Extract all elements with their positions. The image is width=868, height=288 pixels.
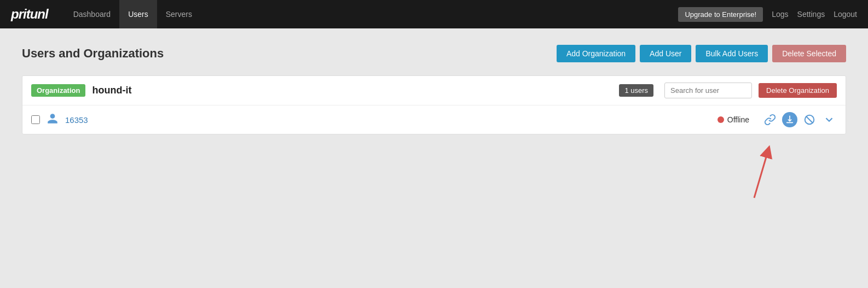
annotation-arrow-container xyxy=(22,143,846,209)
page-header: Users and Organizations Add Organization… xyxy=(22,45,846,62)
nav-servers[interactable]: Servers xyxy=(157,0,201,28)
nav-settings[interactable]: Settings xyxy=(797,10,825,19)
red-arrow-annotation xyxy=(738,143,782,203)
org-header: Organization hound-it 1 users Delete Org… xyxy=(22,76,846,105)
nav-logout[interactable]: Logout xyxy=(834,10,857,19)
brand-logo: pritunl xyxy=(11,7,48,22)
navbar: pritunl Dashboard Users Servers Upgrade … xyxy=(0,0,868,28)
status-text: Offline xyxy=(727,115,749,124)
org-badge: Organization xyxy=(31,84,85,97)
user-action-icons xyxy=(762,112,837,127)
user-name[interactable]: 16353 xyxy=(65,115,711,125)
svg-line-3 xyxy=(754,151,768,198)
users-count-badge: 1 users xyxy=(619,84,653,97)
get-key-icon[interactable] xyxy=(762,112,778,127)
org-name: hound-it xyxy=(92,85,612,96)
nav-dashboard[interactable]: Dashboard xyxy=(65,0,120,28)
search-user-input[interactable] xyxy=(664,83,752,98)
status-dot xyxy=(717,116,724,123)
delete-selected-button[interactable]: Delete Selected xyxy=(772,45,846,62)
add-organization-button[interactable]: Add Organization xyxy=(557,45,635,62)
user-checkbox[interactable] xyxy=(31,115,40,124)
nav-right: Upgrade to Enterprise! Logs Settings Log… xyxy=(678,7,857,22)
nav-links: Dashboard Users Servers xyxy=(65,0,679,28)
header-actions: Add Organization Add User Bulk Add Users… xyxy=(557,45,846,62)
user-status-area: Offline xyxy=(717,115,749,124)
user-avatar-icon xyxy=(47,113,59,127)
svg-line-1 xyxy=(806,116,813,124)
page-title: Users and Organizations xyxy=(22,46,164,61)
add-user-button[interactable]: Add User xyxy=(640,45,691,62)
download-key-icon[interactable] xyxy=(782,112,797,127)
expand-user-icon[interactable] xyxy=(821,112,837,127)
nav-users[interactable]: Users xyxy=(119,0,157,28)
upgrade-button[interactable]: Upgrade to Enterprise! xyxy=(678,7,763,22)
nav-logs[interactable]: Logs xyxy=(772,10,788,19)
main-content: Users and Organizations Add Organization… xyxy=(0,28,868,225)
user-row: 16353 Offline xyxy=(22,105,846,134)
disable-user-icon[interactable] xyxy=(802,112,817,127)
organization-card: Organization hound-it 1 users Delete Org… xyxy=(22,75,846,134)
bulk-add-users-button[interactable]: Bulk Add Users xyxy=(696,45,768,62)
delete-organization-button[interactable]: Delete Organization xyxy=(759,83,837,98)
